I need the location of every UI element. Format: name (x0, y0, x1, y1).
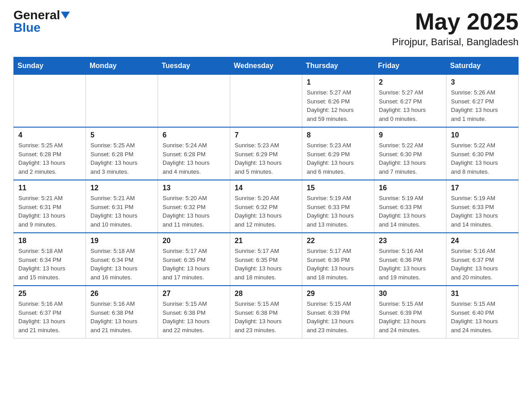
day-info: Sunrise: 5:20 AM Sunset: 6:32 PM Dayligh… (235, 194, 297, 229)
day-info: Sunrise: 5:24 AM Sunset: 6:28 PM Dayligh… (163, 141, 225, 176)
calendar-cell: 7Sunrise: 5:23 AM Sunset: 6:29 PM Daylig… (230, 127, 302, 180)
calendar-cell: 3Sunrise: 5:26 AM Sunset: 6:27 PM Daylig… (446, 75, 519, 128)
day-number: 12 (90, 184, 153, 192)
col-thursday: Thursday (302, 57, 374, 75)
day-info: Sunrise: 5:19 AM Sunset: 6:33 PM Dayligh… (451, 194, 514, 229)
day-info: Sunrise: 5:22 AM Sunset: 6:30 PM Dayligh… (379, 141, 442, 176)
day-info: Sunrise: 5:15 AM Sunset: 6:38 PM Dayligh… (163, 300, 225, 334)
day-number: 27 (163, 290, 225, 298)
calendar-cell: 20Sunrise: 5:17 AM Sunset: 6:35 PM Dayli… (158, 233, 230, 286)
day-number: 2 (379, 78, 442, 86)
day-number: 28 (235, 290, 297, 298)
day-info: Sunrise: 5:27 AM Sunset: 6:27 PM Dayligh… (379, 88, 442, 123)
day-info: Sunrise: 5:26 AM Sunset: 6:27 PM Dayligh… (451, 88, 514, 123)
day-number: 25 (18, 290, 81, 298)
calendar-header-row: Sunday Monday Tuesday Wednesday Thursday… (14, 57, 519, 75)
day-number: 10 (451, 131, 514, 139)
calendar-cell: 28Sunrise: 5:15 AM Sunset: 6:38 PM Dayli… (230, 286, 302, 338)
calendar-cell: 31Sunrise: 5:15 AM Sunset: 6:40 PM Dayli… (446, 286, 519, 338)
day-info: Sunrise: 5:18 AM Sunset: 6:34 PM Dayligh… (18, 247, 81, 282)
day-number: 30 (379, 290, 442, 298)
calendar-cell: 26Sunrise: 5:16 AM Sunset: 6:38 PM Dayli… (86, 286, 158, 338)
calendar-cell: 4Sunrise: 5:25 AM Sunset: 6:28 PM Daylig… (14, 127, 86, 180)
day-info: Sunrise: 5:21 AM Sunset: 6:31 PM Dayligh… (18, 194, 81, 229)
day-info: Sunrise: 5:25 AM Sunset: 6:28 PM Dayligh… (18, 141, 81, 176)
location-text: Pirojpur, Barisal, Bangladesh (392, 36, 519, 48)
calendar-cell: 24Sunrise: 5:16 AM Sunset: 6:37 PM Dayli… (446, 233, 519, 286)
logo-triangle-icon (61, 12, 70, 19)
calendar-cell (158, 75, 230, 128)
day-info: Sunrise: 5:23 AM Sunset: 6:29 PM Dayligh… (307, 141, 369, 176)
col-wednesday: Wednesday (230, 57, 302, 75)
calendar-cell: 30Sunrise: 5:15 AM Sunset: 6:39 PM Dayli… (374, 286, 446, 338)
day-number: 19 (90, 237, 153, 245)
day-info: Sunrise: 5:23 AM Sunset: 6:29 PM Dayligh… (235, 141, 297, 176)
calendar-cell: 11Sunrise: 5:21 AM Sunset: 6:31 PM Dayli… (14, 180, 86, 233)
calendar-week-row: 4Sunrise: 5:25 AM Sunset: 6:28 PM Daylig… (14, 127, 519, 180)
day-number: 15 (307, 184, 369, 192)
logo-blue-text: Blue (13, 21, 41, 34)
calendar-cell: 5Sunrise: 5:25 AM Sunset: 6:28 PM Daylig… (86, 127, 158, 180)
day-number: 9 (379, 131, 442, 139)
day-info: Sunrise: 5:15 AM Sunset: 6:39 PM Dayligh… (379, 300, 442, 334)
day-info: Sunrise: 5:15 AM Sunset: 6:39 PM Dayligh… (307, 300, 369, 334)
day-number: 16 (379, 184, 442, 192)
day-number: 18 (18, 237, 81, 245)
day-number: 17 (451, 184, 514, 192)
day-number: 8 (307, 131, 369, 139)
day-number: 11 (18, 184, 81, 192)
day-number: 6 (163, 131, 225, 139)
day-number: 14 (235, 184, 297, 192)
day-info: Sunrise: 5:17 AM Sunset: 6:35 PM Dayligh… (163, 247, 225, 282)
day-info: Sunrise: 5:17 AM Sunset: 6:36 PM Dayligh… (307, 247, 369, 282)
day-number: 23 (379, 237, 442, 245)
day-number: 22 (307, 237, 369, 245)
day-info: Sunrise: 5:17 AM Sunset: 6:35 PM Dayligh… (235, 247, 297, 282)
day-number: 13 (163, 184, 225, 192)
calendar-cell: 13Sunrise: 5:20 AM Sunset: 6:32 PM Dayli… (158, 180, 230, 233)
day-info: Sunrise: 5:18 AM Sunset: 6:34 PM Dayligh… (90, 247, 153, 282)
day-number: 5 (90, 131, 153, 139)
calendar-cell: 17Sunrise: 5:19 AM Sunset: 6:33 PM Dayli… (446, 180, 519, 233)
calendar-cell (230, 75, 302, 128)
day-info: Sunrise: 5:19 AM Sunset: 6:33 PM Dayligh… (379, 194, 442, 229)
calendar-cell: 6Sunrise: 5:24 AM Sunset: 6:28 PM Daylig… (158, 127, 230, 180)
title-area: May 2025 Pirojpur, Barisal, Bangladesh (392, 9, 519, 48)
logo-general-text: General (13, 9, 60, 21)
calendar-cell: 29Sunrise: 5:15 AM Sunset: 6:39 PM Dayli… (302, 286, 374, 338)
calendar-cell: 10Sunrise: 5:22 AM Sunset: 6:30 PM Dayli… (446, 127, 519, 180)
calendar-cell: 12Sunrise: 5:21 AM Sunset: 6:31 PM Dayli… (86, 180, 158, 233)
calendar-cell: 21Sunrise: 5:17 AM Sunset: 6:35 PM Dayli… (230, 233, 302, 286)
calendar-cell (14, 75, 86, 128)
calendar-cell: 16Sunrise: 5:19 AM Sunset: 6:33 PM Dayli… (374, 180, 446, 233)
calendar-week-row: 11Sunrise: 5:21 AM Sunset: 6:31 PM Dayli… (14, 180, 519, 233)
day-info: Sunrise: 5:20 AM Sunset: 6:32 PM Dayligh… (163, 194, 225, 229)
calendar-cell: 2Sunrise: 5:27 AM Sunset: 6:27 PM Daylig… (374, 75, 446, 128)
calendar-cell: 1Sunrise: 5:27 AM Sunset: 6:26 PM Daylig… (302, 75, 374, 128)
day-number: 29 (307, 290, 369, 298)
calendar-cell: 18Sunrise: 5:18 AM Sunset: 6:34 PM Dayli… (14, 233, 86, 286)
page-header: General Blue May 2025 Pirojpur, Barisal,… (13, 9, 519, 48)
day-number: 31 (451, 290, 514, 298)
calendar-week-row: 18Sunrise: 5:18 AM Sunset: 6:34 PM Dayli… (14, 233, 519, 286)
col-monday: Monday (86, 57, 158, 75)
day-info: Sunrise: 5:21 AM Sunset: 6:31 PM Dayligh… (90, 194, 153, 229)
day-info: Sunrise: 5:22 AM Sunset: 6:30 PM Dayligh… (451, 141, 514, 176)
calendar-cell: 27Sunrise: 5:15 AM Sunset: 6:38 PM Dayli… (158, 286, 230, 338)
calendar-cell: 22Sunrise: 5:17 AM Sunset: 6:36 PM Dayli… (302, 233, 374, 286)
col-friday: Friday (374, 57, 446, 75)
calendar-cell: 23Sunrise: 5:16 AM Sunset: 6:36 PM Dayli… (374, 233, 446, 286)
calendar-table: Sunday Monday Tuesday Wednesday Thursday… (13, 57, 519, 338)
day-number: 20 (163, 237, 225, 245)
calendar-week-row: 25Sunrise: 5:16 AM Sunset: 6:37 PM Dayli… (14, 286, 519, 338)
day-info: Sunrise: 5:16 AM Sunset: 6:37 PM Dayligh… (451, 247, 514, 282)
calendar-cell: 14Sunrise: 5:20 AM Sunset: 6:32 PM Dayli… (230, 180, 302, 233)
day-number: 21 (235, 237, 297, 245)
calendar-cell: 8Sunrise: 5:23 AM Sunset: 6:29 PM Daylig… (302, 127, 374, 180)
day-info: Sunrise: 5:16 AM Sunset: 6:36 PM Dayligh… (379, 247, 442, 282)
day-number: 3 (451, 78, 514, 86)
day-number: 1 (307, 78, 369, 86)
day-number: 7 (235, 131, 297, 139)
calendar-cell (86, 75, 158, 128)
logo: General Blue (13, 9, 70, 34)
